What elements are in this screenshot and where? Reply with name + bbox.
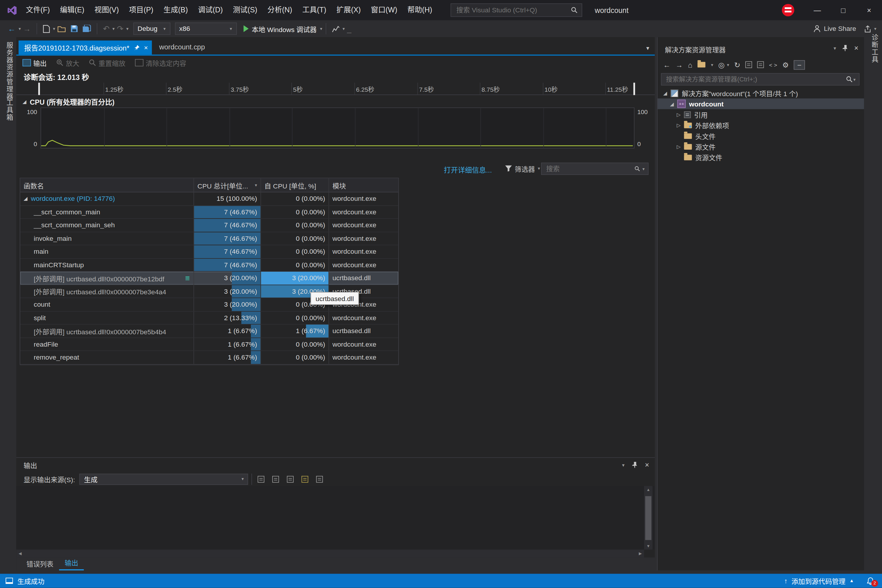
menu-project[interactable]: 项目(P) (124, 0, 158, 20)
switch-views-icon[interactable] (698, 62, 705, 68)
open-details-link[interactable]: 打开详细信息... (444, 164, 492, 175)
timeline-range-end-handle[interactable] (633, 82, 635, 95)
table-row[interactable]: __scrt_common_main_seh 7 (46.67%) 0 (0.0… (20, 219, 398, 232)
menu-view[interactable]: 视图(V) (89, 0, 124, 20)
function-link[interactable]: wordcount.exe (PID: 14776) (31, 195, 115, 202)
solution-configuration-dropdown[interactable]: Debug▾ (133, 22, 170, 35)
collapse-icon[interactable]: ◢ (24, 196, 27, 201)
profiler-dropdown[interactable]: ▾ (342, 26, 345, 31)
output-vertical-scrollbar[interactable]: ▲ ▼ (644, 486, 652, 549)
related-views-icon[interactable]: ≣ (185, 274, 190, 282)
menu-build[interactable]: 生成(B) (159, 0, 193, 20)
tree-item-header-files[interactable]: 头文件 (658, 130, 864, 141)
close-panel-icon[interactable]: × (645, 461, 649, 469)
tree-item-references[interactable]: ▷ 引用 (658, 109, 864, 120)
table-row[interactable]: invoke_main 7 (46.67%) 0 (0.00%) wordcou… (20, 232, 398, 245)
switch-views-dropdown[interactable]: ▾ (711, 62, 713, 67)
scroll-right-icon[interactable]: ▶ (639, 551, 642, 556)
menu-debug[interactable]: 调试(D) (193, 0, 228, 20)
solution-search-input[interactable] (665, 75, 846, 83)
server-explorer-tab[interactable]: 服务器资源管理器 (4, 42, 14, 100)
menu-test[interactable]: 测试(S) (228, 0, 262, 20)
clear-output-icon[interactable] (287, 476, 294, 483)
tree-item-resource-files[interactable]: 资源文件 (658, 152, 864, 163)
tab-output[interactable]: 输出 (59, 557, 84, 570)
menu-file[interactable]: 文件(F) (21, 0, 55, 20)
tab-error-list[interactable]: 错误列表 (21, 559, 59, 570)
back-icon[interactable]: ← (663, 61, 670, 69)
output-content[interactable] (16, 486, 655, 549)
new-file-button[interactable] (40, 22, 52, 36)
maximize-button[interactable]: □ (830, 0, 856, 20)
toolbar-options-icon[interactable]: _ (345, 22, 354, 36)
window-position-dropdown[interactable]: ▾ (834, 45, 836, 51)
preview-selected-items-toggle[interactable]: − (794, 60, 805, 70)
scroll-down-icon[interactable]: ▼ (646, 542, 650, 549)
forward-icon[interactable]: → (676, 61, 683, 69)
sort-dropdown-icon[interactable]: ▾ (255, 183, 257, 188)
table-row[interactable]: mainCRTStartup 7 (46.67%) 0 (0.00%) word… (20, 258, 398, 272)
menu-analyze[interactable]: 分析(N) (262, 0, 297, 20)
menu-tools[interactable]: 工具(T) (297, 0, 332, 20)
new-file-dropdown[interactable]: ▾ (53, 26, 55, 31)
collapse-all-icon[interactable] (745, 62, 752, 68)
start-debugging-dropdown[interactable]: ▾ (320, 26, 322, 31)
refresh-icon[interactable]: ↻ (734, 61, 740, 69)
table-row-selected[interactable]: [外部调用] ucrtbased.dll!0x0000007be12bdf≣ 3… (20, 272, 398, 285)
quick-launch-search[interactable] (451, 3, 582, 17)
tree-item-external-dependencies[interactable]: ▷ 外部依赖项 (658, 120, 864, 130)
word-wrap-icon[interactable] (302, 476, 308, 483)
pin-icon[interactable] (842, 45, 848, 51)
column-module[interactable]: 模块 (329, 178, 397, 192)
filter-solution-dropdown[interactable]: ▾ (727, 62, 729, 67)
toggle-autoscroll-icon[interactable] (316, 476, 323, 483)
scroll-up-icon[interactable]: ▲ (646, 486, 650, 494)
column-self-cpu[interactable]: 自 CPU [单位, %] (261, 178, 329, 192)
scrollbar-thumb[interactable] (645, 496, 651, 540)
column-cpu-total[interactable]: CPU 总计[单位...▾ (194, 178, 261, 192)
open-file-button[interactable] (55, 22, 68, 36)
output-source-dropdown[interactable]: 生成 ▾ (80, 473, 248, 484)
table-row[interactable]: readFile 1 (6.67%) 0 (0.00%) wordcount.e… (20, 338, 398, 351)
save-all-button[interactable] (81, 22, 93, 36)
table-row[interactable]: ◢wordcount.exe (PID: 14776) 15 (100.00%)… (20, 192, 398, 206)
column-function-name[interactable]: 函数名 (20, 178, 194, 192)
expand-icon[interactable]: ▷ (677, 122, 684, 128)
collapse-icon[interactable]: ◢ (670, 101, 677, 106)
minimize-button[interactable]: — (804, 0, 830, 20)
tree-item-source-files[interactable]: ▷ 源文件 (658, 141, 864, 152)
output-horizontal-scrollbar[interactable]: ◀ ▶ (16, 549, 644, 557)
undo-dropdown[interactable]: ▾ (112, 26, 115, 31)
toolbox-tab[interactable]: 工具箱 (4, 99, 14, 121)
view-code-icon[interactable]: < > (769, 62, 777, 68)
function-search-box[interactable]: ▾ (541, 163, 649, 175)
table-row[interactable]: split 2 (13.33%) 0 (0.00%) wordcount.exe (20, 311, 398, 325)
close-button[interactable]: × (856, 0, 882, 20)
save-button[interactable] (68, 22, 81, 36)
tab-diagsession-report[interactable]: 报告20191012-1703.diagsession* × (18, 40, 152, 55)
search-options-dropdown[interactable]: ▾ (853, 77, 855, 82)
background-tasks-icon[interactable] (6, 578, 13, 584)
table-row[interactable]: main 7 (46.67%) 0 (0.00%) wordcount.exe (20, 245, 398, 258)
solution-search-box[interactable]: ▾ (661, 73, 860, 86)
navigate-backward-dropdown[interactable]: ▾ (18, 26, 21, 31)
home-icon[interactable]: ⌂ (688, 61, 692, 69)
document-list-dropdown[interactable]: ▼ (645, 46, 650, 51)
close-panel-icon[interactable]: × (854, 44, 858, 52)
scroll-left-icon[interactable]: ◀ (18, 551, 21, 556)
share-dropdown[interactable]: ▾ (874, 26, 876, 31)
solution-platform-dropdown[interactable]: x86▾ (175, 22, 236, 35)
redo-dropdown[interactable]: ▾ (126, 26, 129, 31)
tab-wordcount-cpp[interactable]: wordcount.cpp (152, 40, 212, 55)
notifications-button[interactable]: 2 (867, 577, 874, 585)
navigate-forward-button[interactable]: → (21, 22, 33, 36)
search-options-dropdown[interactable]: ▾ (642, 166, 645, 171)
menu-help[interactable]: 帮助(H) (402, 0, 438, 20)
profiler-button[interactable] (330, 22, 342, 36)
expand-icon[interactable]: ▷ (677, 112, 684, 117)
cpu-usage-chart[interactable] (40, 107, 634, 148)
menu-extensions[interactable]: 扩展(X) (332, 0, 366, 20)
tree-item-solution[interactable]: ◢ 解决方案"wordcount"(1 个项目/共 1 个) (658, 88, 864, 98)
start-debugging-button[interactable]: 本地 Windows 调试器 ▾ (243, 24, 322, 33)
table-row[interactable]: [外部调用] ucrtbased.dll!0x0000007be5b4b4 1 … (20, 325, 398, 338)
